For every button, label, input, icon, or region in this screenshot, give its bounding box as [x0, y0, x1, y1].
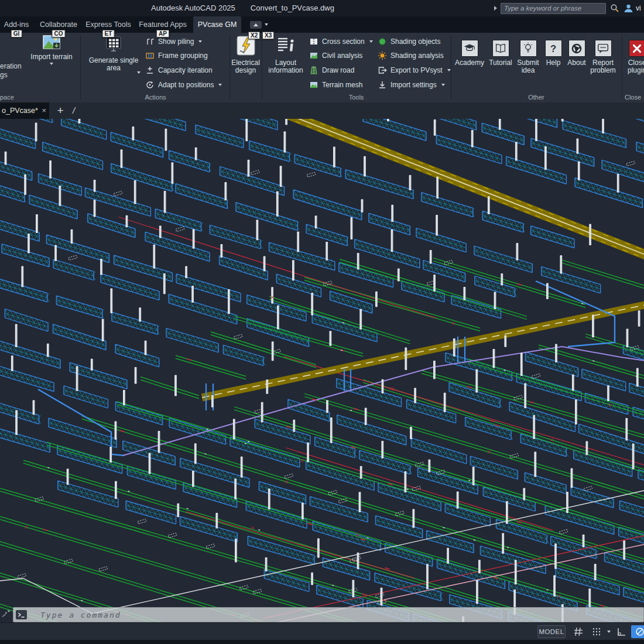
new-tab-button[interactable]: +: [53, 102, 68, 119]
command-prompt-icon: [16, 610, 27, 619]
export-icon: [378, 66, 387, 75]
electrical-design-button[interactable]: Electrical design: [230, 35, 261, 94]
slash-mark: /: [73, 102, 75, 119]
draw-road-button[interactable]: Draw road: [309, 64, 354, 77]
clipped-button-label: eration: [0, 62, 22, 70]
frame-grouping-icon: [145, 51, 155, 60]
panel-label-actions: Actions: [81, 93, 229, 101]
generate-single-area-icon: [104, 35, 123, 54]
drawing-viewport[interactable]: [0, 119, 644, 644]
import-settings-button[interactable]: Import settings: [378, 78, 445, 91]
autocad-window: Autodesk AutoCAD 2025Convert_to_PVcase.d…: [0, 0, 644, 644]
ribbon: eration gs Import terrain pace: [0, 33, 644, 103]
document-title: Convert_to_PVcase.dwg: [251, 4, 334, 12]
keytip-x3: X3: [262, 32, 274, 39]
terrain-mesh-button[interactable]: Terrain mesh: [309, 78, 362, 91]
report-problem-button[interactable]: Reportproblem: [589, 40, 617, 74]
shading-objects-icon: [378, 37, 387, 46]
show-piling-button[interactable]: Show piling: [145, 35, 202, 48]
grid-display-button[interactable]: [570, 625, 587, 638]
svg-text:?: ?: [550, 43, 556, 54]
keytip-x2: X2: [248, 32, 260, 39]
isodraft-button[interactable]: [631, 625, 644, 638]
layout-information-icon: [275, 35, 296, 56]
capacity-iteration-button[interactable]: Capacity iteration: [145, 64, 213, 77]
adapt-caret-icon: [218, 84, 222, 86]
capacity-iteration-icon: [145, 66, 155, 75]
import-settings-icon: [378, 80, 387, 90]
keytip-featured-apps: AP: [156, 30, 169, 37]
export-to-pvsyst-button[interactable]: Export to PVsyst: [378, 64, 451, 77]
cross-section-icon: [309, 37, 318, 46]
import-terrain-button[interactable]: Import terrain: [26, 35, 77, 94]
about-icon: [568, 40, 585, 57]
search-expand-arrow-icon[interactable]: [494, 6, 497, 11]
ribbon-tab-featured-apps[interactable]: Featured Apps AP: [136, 16, 190, 33]
shading-objects-button[interactable]: Shading objects: [378, 35, 440, 48]
ribbon-collapse-button[interactable]: [250, 21, 262, 29]
panel-separator: [451, 35, 451, 100]
panel-label-other: Other: [451, 93, 622, 101]
search-input[interactable]: [501, 3, 606, 14]
command-input-placeholder[interactable]: Type a command: [40, 611, 121, 619]
status-bar: MODEL: [0, 622, 644, 640]
cross-section-button[interactable]: Cross section: [309, 35, 373, 48]
show-piling-icon: [145, 37, 155, 46]
cross-section-caret-icon: [369, 40, 373, 43]
draw-road-icon: [309, 66, 318, 75]
customize-wrench-icon[interactable]: [2, 609, 12, 621]
title-bar: Autodesk AutoCAD 2025Convert_to_PVcase.d…: [0, 0, 644, 16]
submit-idea-button[interactable]: Submitidea: [514, 40, 542, 74]
file-tab[interactable]: o_PVcase* ×: [0, 102, 49, 119]
panel-label-workspace: pace: [0, 93, 23, 101]
ribbon-tab-add-ins[interactable]: Add-ins GI: [1, 16, 32, 33]
panel-label-tools: Tools: [262, 93, 451, 101]
civil-analysis-button[interactable]: Civil analysis: [309, 49, 362, 62]
import-settings-caret-icon: [441, 84, 445, 86]
export-caret-icon: [447, 69, 451, 71]
window-title: Autodesk AutoCAD 2025Convert_to_PVcase.d…: [151, 0, 334, 16]
civil-analysis-icon: [309, 51, 318, 60]
panel-separator: [80, 35, 81, 100]
about-button[interactable]: About: [563, 40, 591, 67]
close-plugin-button[interactable]: Closeplugin: [624, 40, 644, 74]
generate-single-area-button[interactable]: Generate single area: [85, 35, 142, 94]
panel-label-close: Close: [622, 93, 644, 101]
snap-caret-icon[interactable]: [605, 625, 612, 638]
taskbar-strip: [0, 640, 644, 644]
model-space-button[interactable]: MODEL: [537, 625, 566, 638]
adapt-to-positions-button[interactable]: Adapt to positions: [145, 78, 222, 91]
terrain-mesh-icon: [309, 80, 318, 90]
snap-mode-button[interactable]: [589, 625, 604, 638]
search-icon[interactable]: [610, 4, 619, 13]
panel-separator: [262, 35, 262, 100]
tutorial-button[interactable]: Tutorial: [487, 40, 515, 67]
keytip-add-ins: GI: [11, 30, 22, 37]
layout-information-button[interactable]: Layout information: [263, 35, 308, 94]
file-tab-bar: o_PVcase* × + /: [0, 102, 644, 119]
collapse-up-icon: [254, 23, 258, 26]
import-terrain-caret-icon: [50, 63, 53, 65]
keytip-express-tools: ET: [102, 30, 115, 37]
shading-analysis-icon: [378, 51, 387, 60]
ribbon-tab-pvcase-gm[interactable]: PVcase GM: [193, 16, 241, 33]
keytip-collaborate: CO: [52, 30, 66, 37]
file-tab-close-icon[interactable]: ×: [42, 102, 46, 119]
user-name[interactable]: vi: [636, 4, 644, 12]
ribbon-tab-collaborate[interactable]: Collaborate CO: [36, 16, 81, 33]
ortho-mode-button[interactable]: [614, 625, 629, 638]
frame-grouping-button[interactable]: Frame grouping: [145, 49, 208, 62]
shading-analysis-button[interactable]: Shading analysis: [378, 49, 444, 62]
drawing-canvas[interactable]: [0, 119, 644, 644]
ribbon-collapse-caret-icon[interactable]: [265, 23, 268, 26]
submit-idea-icon: [520, 40, 537, 57]
command-bar[interactable]: Type a command: [13, 607, 644, 622]
ribbon-tab-express-tools[interactable]: Express Tools ET: [84, 16, 132, 33]
academy-icon: [461, 40, 478, 57]
academy-button[interactable]: Academy: [455, 40, 484, 67]
clipped-button-label: gs: [0, 71, 8, 79]
help-icon: ?: [545, 40, 562, 57]
panel-separator: [622, 35, 622, 100]
user-avatar-icon[interactable]: [624, 4, 633, 13]
app-title: Autodesk AutoCAD 2025: [151, 4, 235, 12]
